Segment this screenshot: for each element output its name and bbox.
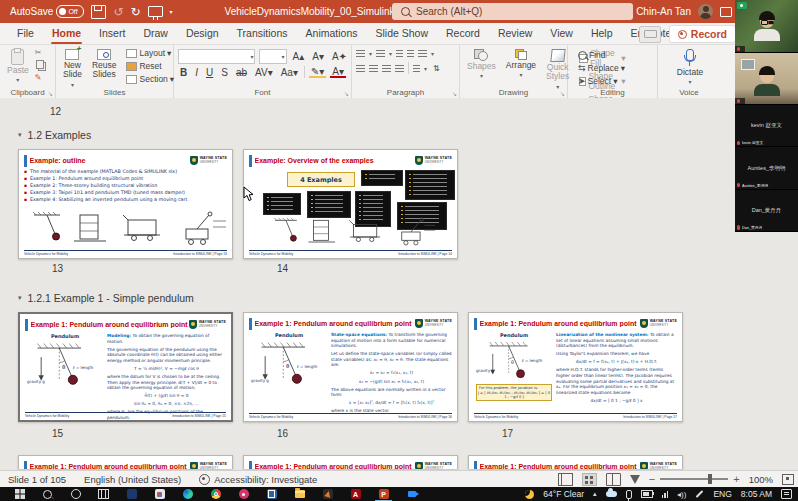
columns-icon[interactable] [413,65,420,72]
search-input[interactable]: Search (Alt+Q) [392,3,633,20]
slide-thumbnail-17[interactable]: Example 1: Pendulum around equilibrium p… [468,312,683,422]
cut-icon[interactable]: ✂ [35,48,44,57]
chevron-up-icon[interactable]: ▴ [593,490,597,498]
language-badge[interactable]: ENG [713,489,731,499]
participant-video-1[interactable] [735,0,798,53]
slide-thumbnail-15[interactable]: Example 1: Pendulum around equilibrium p… [18,312,233,422]
select-button[interactable]: ➤Select ▾ [578,76,655,86]
slide-thumbnail-19[interactable]: Example 1: Pendulum around equilibrium p… [243,455,458,469]
ribbon-tab-slide-show[interactable]: Slide Show [367,23,438,44]
redo-icon[interactable]: ↻ [130,6,140,18]
tray-microphone-icon[interactable] [626,490,632,499]
clock[interactable]: 8:05 AM [741,489,772,499]
section-header-examples[interactable]: ▾ 1.2 Examples [18,129,91,141]
taskbar-search-icon[interactable] [42,489,53,500]
pen-icon[interactable] [696,490,704,498]
volume-icon[interactable]: ◂)) [677,490,686,499]
participant-audio-5[interactable]: Dan_黄丹丹 Dan_黄丹丹 [735,190,798,232]
customize-quick-access-icon[interactable]: ▾ [170,8,173,15]
format-painter-icon[interactable]: ✎ [35,73,44,82]
change-case-icon[interactable]: Aa▾ [279,67,300,78]
slide-thumbnail-14[interactable]: Example: Overview of the examples WAYNE … [243,149,458,259]
line-spacing-icon[interactable] [418,50,427,57]
document-title[interactable]: VehicleDynamicsMobility_00_Simulink...▾ [225,6,410,17]
increase-font-size-icon[interactable]: A▴ [291,51,307,62]
participant-video-2[interactable] [735,53,798,105]
zoom-in-button[interactable]: + [733,474,739,484]
align-right-icon[interactable] [382,65,391,72]
participant-audio-3[interactable]: kevin 赵亚文 kevin 赵亚文 [735,105,798,147]
ribbon-tab-record[interactable]: Record [437,23,489,44]
copy-icon[interactable] [36,60,44,69]
text-direction-icon[interactable]: ⇅ [431,64,442,73]
reset-button[interactable]: Reset [126,61,174,71]
clear-formatting-icon[interactable]: A✦ [330,51,349,62]
task-view-icon[interactable] [98,489,109,500]
network-icon[interactable] [662,491,669,498]
window-icon[interactable] [720,7,732,17]
chrome-icon[interactable] [210,489,221,500]
font-size-combo[interactable]: ▾ [259,49,286,64]
ribbon-tab-insert[interactable]: Insert [90,23,134,44]
section-button[interactable]: Section ▾ [126,74,174,84]
photos-app-icon[interactable] [238,489,249,500]
mail-app-icon[interactable] [126,489,137,500]
comments-button[interactable] [639,26,661,43]
fit-slide-to-window-icon[interactable] [782,474,794,485]
zoom-out-button[interactable]: − [649,474,655,484]
decrease-font-size-icon[interactable]: A▾ [310,51,326,62]
new-slide-button[interactable]: New Slide ▾ [60,48,85,89]
reuse-slides-button[interactable]: Reuse Slides [89,48,120,89]
record-button[interactable]: Record [669,25,736,43]
text-shadow-button[interactable]: S [219,67,230,78]
clipboard-dialog-launcher-icon[interactable]: ↘ [48,90,53,97]
section-header-example1[interactable]: ▾ 1.2.1 Example 1 - Simple pendulum [18,292,194,304]
meeting-camera-icon[interactable] [406,489,417,500]
powerpoint-icon[interactable]: P [378,489,389,500]
justify-icon[interactable] [395,65,404,72]
zoom-slider-thumb[interactable] [708,474,712,484]
ribbon-tab-animations[interactable]: Animations [297,23,367,44]
edge-icon[interactable] [182,489,193,500]
ribbon-tab-view[interactable]: View [541,23,582,44]
onedrive-icon[interactable] [606,491,617,497]
notification-center-icon[interactable] [781,489,792,499]
matlab-icon[interactable] [322,489,333,500]
weather-text[interactable]: 64°F Clear [543,489,584,499]
zoom-level[interactable]: 100% [749,474,773,485]
slide-thumbnail-20[interactable]: Example 1: Pendulum around equilibrium p… [468,455,683,469]
save-icon[interactable] [91,5,106,19]
collapse-section-icon[interactable]: ▾ [18,294,22,302]
cortana-icon[interactable] [70,489,81,500]
normal-view-button[interactable] [558,473,573,486]
ribbon-tab-file[interactable]: File [8,23,43,44]
start-button-icon[interactable] [14,489,25,500]
strikethrough-button[interactable]: ab [234,67,249,78]
reading-view-button[interactable] [606,473,621,486]
ribbon-tab-home[interactable]: Home [43,23,90,44]
file-explorer-icon[interactable] [294,489,305,500]
language-status[interactable]: English (United States) [84,474,181,485]
ribbon-tab-help[interactable]: Help [582,23,622,44]
replace-button[interactable]: ⇆Replace ▾ [578,63,655,73]
find-button[interactable]: Find [578,50,655,60]
start-presentation-icon[interactable] [148,6,163,17]
bold-button[interactable]: B [178,67,189,78]
autosave-toggle[interactable]: AutoSave Off [10,5,84,18]
highlight-color-icon[interactable]: ✎▾ [309,67,326,78]
user-avatar[interactable] [698,4,713,19]
slide-thumbnail-18[interactable]: Example 1: Pendulum around equilibrium p… [18,455,233,469]
decrease-indent-icon[interactable] [396,50,403,57]
ribbon-tab-design[interactable]: Design [177,23,228,44]
snipping-tool-icon[interactable] [154,489,165,500]
ribbon-tab-review[interactable]: Review [489,23,541,44]
align-left-icon[interactable] [356,65,365,72]
slideshow-view-button[interactable] [630,475,640,484]
italic-button[interactable]: I [193,67,200,78]
font-name-combo[interactable]: ▾ [178,49,255,64]
numbering-icon[interactable] [376,50,385,57]
weather-moon-icon[interactable] [525,490,534,499]
bullets-icon[interactable] [356,50,365,57]
dictate-button[interactable]: Dictate ▾ [662,48,718,86]
align-center-icon[interactable] [369,65,378,72]
